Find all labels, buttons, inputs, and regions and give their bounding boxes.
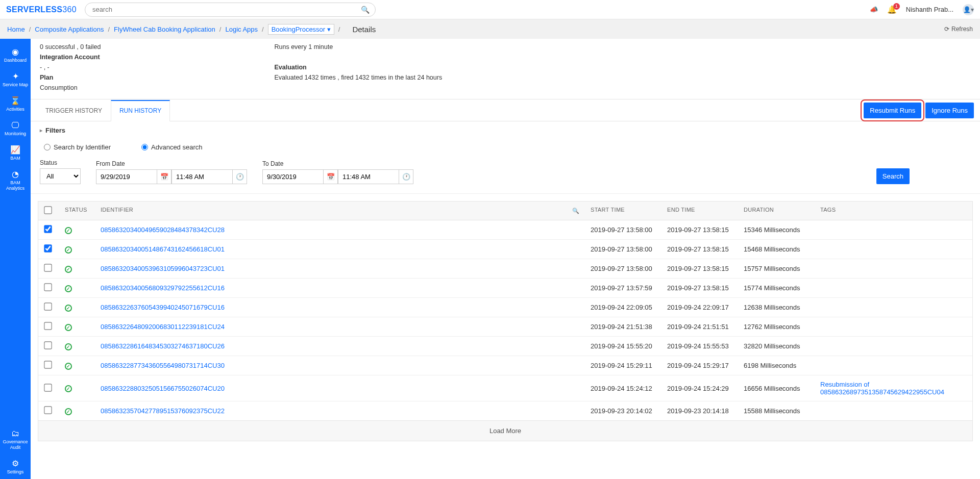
tags [814, 225, 972, 235]
load-more-button[interactable]: Load More [38, 421, 973, 441]
sidebar-item-governance[interactable]: 🗂Governance Audit [0, 424, 31, 455]
search-icon[interactable]: 🔍 [361, 6, 370, 14]
breadcrumb-home[interactable]: Home [7, 26, 25, 33]
sidebar-item-activities[interactable]: ⌛Activities [0, 92, 31, 116]
sidebar-item-servicemap[interactable]: ✦Service Map [0, 67, 31, 92]
chevron-right-icon: ▸ [40, 128, 42, 133]
start-time: 2019-09-24 15:55:20 [584, 337, 661, 355]
search-button[interactable]: Search [876, 168, 910, 184]
clock-icon[interactable]: 🕐 [233, 169, 247, 184]
avatar[interactable]: 👤▾ [963, 4, 974, 15]
status-success-icon: ✓ [65, 227, 72, 234]
sidebar-item-dashboard[interactable]: ◉Dashboard [0, 43, 31, 67]
row-checkbox[interactable] [44, 225, 52, 233]
notifications-icon[interactable]: 🔔1 [887, 5, 897, 14]
duration: 15774 Milliseconds [738, 279, 814, 297]
identifier-link[interactable]: 08586322648092006830112239181CU24 [101, 323, 225, 331]
integration-label: Integration Account [40, 52, 101, 62]
start-time: 2019-09-27 13:58:00 [584, 240, 661, 258]
status-success-icon: ✓ [65, 385, 72, 392]
radio-advanced-search[interactable]: Advanced search [141, 143, 202, 151]
row-checkbox[interactable] [44, 341, 52, 349]
logo[interactable]: SERVERLESS360 [6, 5, 77, 14]
tags [814, 283, 972, 293]
identifier-search-icon[interactable]: 🔍 [572, 208, 579, 214]
breadcrumb-flywheel[interactable]: FlyWheel Cab Booking Application [114, 26, 215, 33]
identifier-link[interactable]: 08586322880325051566755026074CU20 [101, 385, 225, 392]
summary-success: 0 successful , 0 failed [40, 42, 101, 52]
identifier-link[interactable]: 08586322637605439940245071679CU16 [101, 304, 225, 311]
breadcrumb-logicapps[interactable]: Logic Apps [225, 26, 258, 33]
sidebar-item-monitoring[interactable]: 🖵Monitoring [0, 116, 31, 141]
from-time-input[interactable] [172, 169, 233, 184]
status-field: Status All [40, 159, 81, 184]
resubmit-runs-button[interactable]: Resubmit Runs [864, 103, 921, 118]
sidebar-item-bam-analytics[interactable]: ◔BAM Analytics [0, 165, 31, 195]
status-success-icon: ✓ [65, 285, 72, 292]
table-row: ✓08586320340053963105996043723CU012019-0… [38, 259, 972, 279]
identifier-link[interactable]: 08586322877343605564980731714CU30 [101, 362, 225, 369]
row-checkbox[interactable] [44, 264, 52, 271]
identifier-link[interactable]: 08586323570427789515376092375CU22 [101, 407, 225, 415]
breadcrumb-composite[interactable]: Composite Applications [35, 26, 104, 33]
row-checkbox[interactable] [44, 384, 52, 391]
header-tags: TAGS [814, 201, 972, 220]
duration: 12638 Milliseconds [738, 298, 814, 316]
ignore-runs-button[interactable]: Ignore Runs [925, 103, 974, 118]
end-time: 2019-09-24 15:29:17 [661, 357, 738, 374]
search-input[interactable] [85, 3, 376, 17]
duration: 15588 Milliseconds [738, 402, 814, 420]
identifier-link[interactable]: 08586320340051486743162456618CU01 [101, 245, 225, 253]
tab-trigger-history[interactable]: TRIGGER HISTORY [37, 99, 111, 121]
select-all-checkbox[interactable] [44, 206, 52, 214]
topbar: SERVERLESS360 🔍 📣 🔔1 Nishanth Prab... 👤▾ [0, 0, 980, 19]
status-success-icon: ✓ [65, 343, 72, 350]
row-checkbox[interactable] [44, 406, 52, 414]
identifier-link[interactable]: 08586322861648345303274637180CU26 [101, 342, 225, 350]
row-checkbox[interactable] [44, 361, 52, 368]
row-checkbox[interactable] [44, 283, 52, 291]
status-success-icon: ✓ [65, 363, 72, 370]
breadcrumb-selector[interactable]: BookingProcessor ▾ [268, 24, 334, 35]
status-success-icon: ✓ [65, 324, 72, 331]
from-date-input[interactable] [96, 169, 157, 184]
row-checkbox[interactable] [44, 302, 52, 310]
identifier-link[interactable]: 08586320340056809329792255612CU16 [101, 284, 225, 292]
clock-icon[interactable]: 🕐 [399, 169, 413, 184]
identifier-link[interactable]: 08586320340049659028484378342CU28 [101, 226, 225, 234]
end-time: 2019-09-24 15:24:29 [661, 380, 738, 397]
table-header: STATUS IDENTIFIER🔍 START TIME END TIME D… [38, 201, 972, 220]
identifier-link[interactable]: 08586320340053963105996043723CU01 [101, 265, 225, 272]
duration: 12762 Milliseconds [738, 318, 814, 336]
filters: ▸Filters Search by Identifier Advanced s… [31, 121, 980, 194]
status-select[interactable]: All [40, 168, 81, 184]
row-checkbox[interactable] [44, 322, 52, 330]
governance-icon: 🗂 [1, 428, 30, 438]
refresh-icon: ⟳ [944, 26, 949, 33]
calendar-icon[interactable]: 📅 [157, 169, 172, 184]
filters-header[interactable]: ▸Filters [40, 127, 971, 134]
sidebar-item-settings[interactable]: ⚙Settings [0, 455, 31, 479]
table-row: ✓08586320340051486743162456618CU012019-0… [38, 240, 972, 259]
summary-right: Runs every 1 minute Evaluation Evaluated… [275, 42, 443, 93]
duration: 6198 Milliseconds [738, 357, 814, 374]
content: 0 successful , 0 failed Integration Acco… [31, 39, 980, 479]
refresh-button[interactable]: ⟳Refresh [944, 26, 973, 33]
plan-value: Consumption [40, 83, 101, 93]
status-success-icon: ✓ [65, 305, 72, 312]
to-time-input[interactable] [338, 169, 399, 184]
calendar-icon[interactable]: 📅 [324, 169, 338, 184]
user-name[interactable]: Nishanth Prab... [906, 6, 953, 13]
table-row: ✓08586323570427789515376092375CU222019-0… [38, 401, 972, 420]
to-date-input[interactable] [262, 169, 324, 184]
tags [814, 264, 972, 274]
tags: Resubmission of 085863268973513587456294… [814, 375, 972, 401]
sidebar-item-bam[interactable]: 📈BAM [0, 141, 31, 165]
row-checkbox[interactable] [44, 244, 52, 252]
radio-search-identifier[interactable]: Search by Identifier [44, 143, 111, 151]
duration: 15757 Milliseconds [738, 260, 814, 278]
announcement-icon[interactable]: 📣 [870, 6, 878, 13]
bam-analytics-icon: ◔ [1, 169, 30, 179]
tag-link[interactable]: Resubmission of 085863268973513587456294… [820, 381, 944, 396]
tab-run-history[interactable]: RUN HISTORY [111, 100, 170, 121]
